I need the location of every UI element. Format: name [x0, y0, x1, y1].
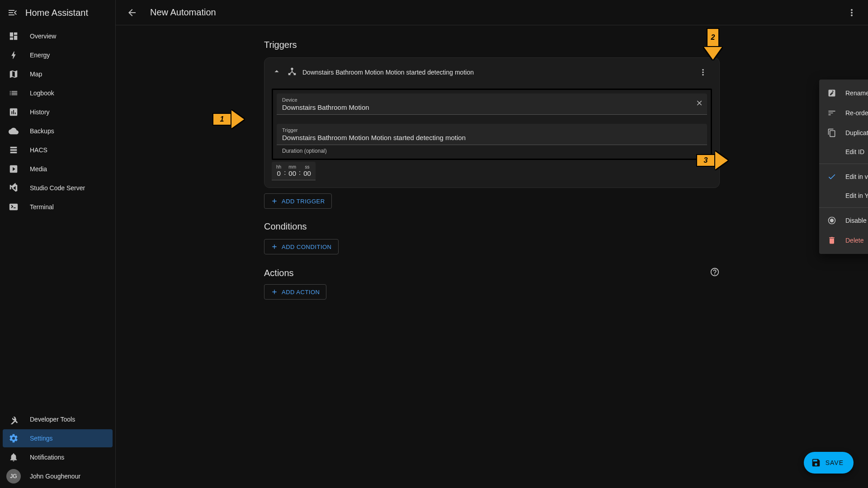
add-trigger-button[interactable]: Add Trigger	[264, 193, 332, 209]
menu-separator	[819, 164, 868, 164]
sidebar-item-logbook[interactable]: Logbook	[3, 84, 113, 102]
trigger-title: Downstairs Bathroom Motion Motion starte…	[302, 69, 474, 76]
sidebar-item-label: History	[30, 108, 50, 116]
trigger-label: Trigger	[282, 127, 702, 133]
device-hub-icon	[287, 66, 297, 78]
menu-label: Edit in visual editor	[845, 173, 868, 180]
device-value: Downstairs Bathroom Motion	[282, 103, 702, 112]
save-label: SAVE	[826, 459, 844, 466]
terminal-icon	[8, 202, 19, 212]
add-action-button[interactable]: Add Action	[264, 284, 326, 300]
lightning-icon	[8, 50, 19, 61]
copy-icon	[827, 128, 836, 137]
device-field[interactable]: Device Downstairs Bathroom Motion	[277, 94, 707, 115]
sidebar-item-hacs[interactable]: HACS	[3, 141, 113, 159]
sidebar-header: Home Assistant	[0, 0, 115, 25]
sidebar-bottom: Developer Tools Settings Notifications J…	[0, 408, 115, 488]
duration-input[interactable]: hh0 : mm00 : ss00	[272, 162, 316, 180]
duration-helper: Duration (optional)	[282, 148, 707, 154]
sidebar-item-developer-tools[interactable]: Developer Tools	[3, 410, 113, 428]
app-title: Home Assistant	[25, 8, 88, 18]
cloud-icon	[8, 126, 19, 136]
device-label: Device	[282, 97, 702, 103]
topbar: New Automation	[116, 0, 868, 25]
actions-heading: Actions	[264, 268, 294, 278]
sidebar-item-label: HACS	[30, 146, 47, 154]
map-icon	[8, 69, 19, 80]
sidebar-item-overview[interactable]: Overview	[3, 27, 113, 45]
sidebar-item-notifications[interactable]: Notifications	[3, 448, 113, 466]
sidebar-item-label: Map	[30, 70, 42, 78]
chart-icon	[8, 107, 19, 117]
menu-rename[interactable]: Rename	[819, 83, 868, 103]
user-avatar: JG	[6, 469, 21, 483]
trigger-context-menu: Rename Re-order Duplicate Edit ID Edit i…	[819, 80, 868, 254]
gear-icon	[8, 433, 19, 444]
sidebar-item-label: Overview	[30, 33, 56, 40]
menu-duplicate[interactable]: Duplicate	[819, 123, 868, 143]
check-icon	[827, 172, 836, 181]
help-icon[interactable]	[710, 267, 720, 279]
sidebar-item-media[interactable]: Media	[3, 160, 113, 178]
highlighted-region: Device Downstairs Bathroom Motion Trigge…	[272, 89, 712, 160]
clear-device-icon[interactable]	[695, 99, 703, 109]
menu-yaml[interactable]: Edit in YAML	[819, 187, 868, 205]
add-action-label: Add Action	[282, 289, 320, 296]
add-condition-button[interactable]: Add Condition	[264, 239, 339, 254]
trigger-overflow-button[interactable]	[694, 63, 712, 81]
save-icon	[811, 458, 821, 468]
sidebar-item-map[interactable]: Map	[3, 65, 113, 83]
annotation-1: 1	[212, 110, 244, 128]
mm-label: mm	[288, 164, 296, 169]
hammer-icon	[8, 414, 19, 425]
sidebar-item-label: Terminal	[30, 203, 54, 211]
sidebar-item-settings[interactable]: Settings	[3, 429, 113, 447]
user-name: John Goughenour	[30, 473, 80, 480]
hh-value: 0	[277, 169, 280, 177]
add-trigger-label: Add Trigger	[282, 198, 325, 205]
dashboard-icon	[8, 31, 19, 42]
sidebar-item-studio-code[interactable]: Studio Code Server	[3, 179, 113, 197]
sidebar-item-label: Settings	[30, 435, 53, 442]
add-condition-label: Add Condition	[282, 244, 332, 250]
sidebar-item-terminal[interactable]: Terminal	[3, 198, 113, 216]
ss-value: 00	[303, 169, 311, 177]
sidebar-item-label: Energy	[30, 52, 50, 59]
sidebar-item-backups[interactable]: Backups	[3, 122, 113, 140]
sidebar-item-label: Media	[30, 165, 47, 173]
sidebar-nav: Overview Energy Map Logbook History Back…	[0, 25, 115, 408]
trigger-value: Downstairs Bathroom Motion Motion starte…	[282, 133, 702, 142]
menu-label: Re-order	[845, 109, 868, 117]
sidebar-item-history[interactable]: History	[3, 103, 113, 121]
menu-disable[interactable]: Disable	[819, 211, 868, 230]
menu-label: Duplicate	[845, 129, 868, 136]
play-box-icon	[8, 164, 19, 174]
sidebar-item-label: Studio Code Server	[30, 184, 85, 192]
menu-separator	[819, 207, 868, 208]
sidebar: Home Assistant Overview Energy Map Logbo…	[0, 0, 116, 488]
radio-off-icon	[827, 216, 836, 225]
page-title: New Automation	[150, 7, 216, 18]
back-button[interactable]	[123, 4, 141, 22]
sidebar-item-user[interactable]: JGJohn Goughenour	[3, 467, 113, 485]
menu-label: Edit ID	[845, 148, 864, 155]
menu-edit-id[interactable]: Edit ID	[819, 143, 868, 161]
conditions-heading: Conditions	[264, 221, 720, 232]
trigger-field[interactable]: Trigger Downstairs Bathroom Motion Motio…	[277, 124, 707, 145]
sidebar-item-energy[interactable]: Energy	[3, 46, 113, 64]
menu-label: Delete	[845, 237, 863, 244]
menu-visual-editor[interactable]: Edit in visual editor	[819, 167, 868, 187]
sidebar-item-label: Developer Tools	[30, 416, 75, 423]
overflow-button[interactable]	[843, 4, 861, 22]
sort-icon	[827, 108, 836, 117]
content: Triggers Downstairs Bathroom Motion Moti…	[116, 25, 868, 488]
ss-label: ss	[305, 164, 310, 169]
menu-toggle-icon[interactable]	[7, 7, 18, 18]
vscode-icon	[8, 183, 19, 193]
menu-label: Disable	[845, 217, 867, 224]
menu-reorder[interactable]: Re-order	[819, 103, 868, 123]
triggers-heading: Triggers	[264, 40, 720, 50]
save-button[interactable]: SAVE	[804, 452, 854, 474]
collapse-icon[interactable]	[272, 66, 282, 78]
menu-delete[interactable]: Delete	[819, 230, 868, 250]
